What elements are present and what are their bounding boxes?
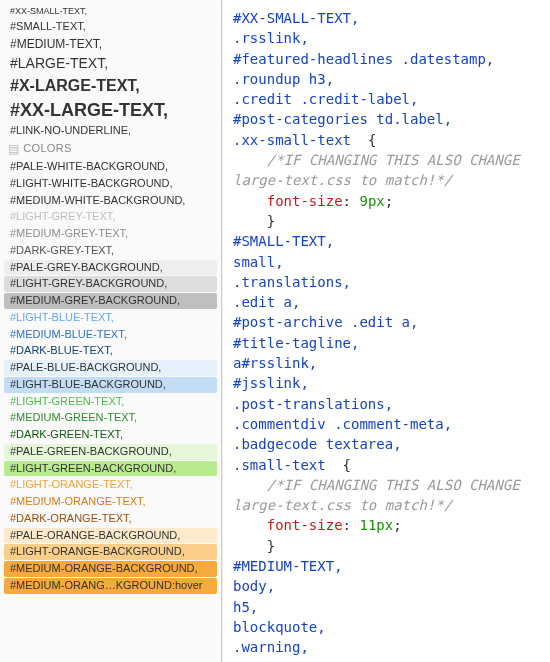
style-nav-item[interactable]: #LIGHT-GREY-BACKGROUND,	[4, 276, 217, 292]
css-comment: /*IF CHANGING THIS ALSO CHANGE	[233, 152, 520, 168]
style-nav-item[interactable]: #PALE-GREY-BACKGROUND,	[4, 260, 217, 276]
css-selector: body,	[233, 578, 275, 594]
css-property: font-size	[267, 193, 343, 209]
style-navigator-sidebar[interactable]: #XX-SMALL-TEXT,#SMALL-TEXT,#MEDIUM-TEXT,…	[0, 0, 222, 662]
style-nav-item[interactable]: #LIGHT-WHITE-BACKGROUND,	[4, 176, 217, 192]
style-nav-item[interactable]: #PALE-ORANGE-BACKGROUND,	[4, 528, 217, 544]
style-nav-item[interactable]: #SMALL-TEXT,	[4, 19, 217, 35]
style-nav-item[interactable]: #XX-LARGE-TEXT,	[4, 98, 217, 123]
css-selector: #title-tagline,	[233, 335, 359, 351]
css-selector: .roundup h3,	[233, 71, 334, 87]
css-selector: .post-translations,	[233, 396, 393, 412]
css-selector: #jsslink,	[233, 375, 309, 391]
css-selector: #XX-SMALL-TEXT,	[233, 10, 359, 26]
css-selector: .translations,	[233, 274, 351, 290]
css-selector: a#rsslink,	[233, 355, 317, 371]
css-comment: large-text.css to match!*/	[233, 172, 452, 188]
style-nav-item[interactable]: #X-LARGE-TEXT,	[4, 75, 217, 97]
css-selector: .rsslink,	[233, 30, 309, 46]
css-selector: .badgecode textarea,	[233, 436, 402, 452]
css-editor-panel[interactable]: #XX-SMALL-TEXT, .rsslink, #featured-head…	[222, 0, 550, 662]
css-selector: .edit a,	[233, 294, 300, 310]
style-nav-item[interactable]: #MEDIUM-ORANGE-BACKGROUND,	[4, 561, 217, 577]
css-selector: .credit .credit-label,	[233, 91, 418, 107]
css-comment: /*IF CHANGING THIS ALSO CHANGE	[233, 477, 520, 493]
style-nav-item[interactable]: #LIGHT-BLUE-TEXT,	[4, 310, 217, 326]
css-selector: .small-text	[233, 457, 326, 473]
style-nav-item[interactable]: #LIGHT-GREEN-TEXT,	[4, 394, 217, 410]
css-selector: #post-archive .edit a,	[233, 314, 418, 330]
close-brace: }	[267, 538, 275, 554]
css-selector: h5,	[233, 599, 258, 615]
css-selector: .warning,	[233, 639, 309, 655]
style-nav-item[interactable]: #MEDIUM-ORANG…KGROUND:hover	[4, 578, 217, 594]
style-nav-item[interactable]: #MEDIUM-BLUE-TEXT,	[4, 327, 217, 343]
style-nav-item[interactable]: #MEDIUM-GREY-TEXT,	[4, 226, 217, 242]
css-selector: #post-categories td.label,	[233, 111, 452, 127]
css-value: 11px	[359, 517, 393, 533]
style-nav-item[interactable]: #DARK-BLUE-TEXT,	[4, 343, 217, 359]
style-nav-item[interactable]: #PALE-WHITE-BACKGROUND,	[4, 159, 217, 175]
sidebar-section-label: COLORS	[23, 142, 71, 155]
css-selector: .commentdiv .comment-meta,	[233, 416, 452, 432]
style-nav-item[interactable]: #MEDIUM-ORANGE-TEXT,	[4, 494, 217, 510]
close-brace: }	[267, 213, 275, 229]
css-selector: #MEDIUM-TEXT,	[233, 558, 343, 574]
css-selector: #SMALL-TEXT,	[233, 233, 334, 249]
css-selector: small,	[233, 254, 284, 270]
style-nav-item[interactable]: #DARK-GREY-TEXT,	[4, 243, 217, 259]
style-nav-item[interactable]: #LIGHT-GREEN-BACKGROUND,	[4, 461, 217, 477]
open-brace: {	[343, 457, 351, 473]
style-nav-item[interactable]: #MEDIUM-GREEN-TEXT,	[4, 410, 217, 426]
palette-icon: ▤	[8, 142, 19, 156]
style-nav-item[interactable]: #LINK-NO-UNDERLINE,	[4, 123, 217, 139]
style-nav-item[interactable]: #LIGHT-ORANGE-TEXT,	[4, 477, 217, 493]
css-selector: blockquote,	[233, 619, 326, 635]
style-nav-item[interactable]: #LIGHT-BLUE-BACKGROUND,	[4, 377, 217, 393]
style-nav-item[interactable]: #MEDIUM-TEXT,	[4, 36, 217, 53]
style-nav-item[interactable]: #DARK-GREEN-TEXT,	[4, 427, 217, 443]
css-value: 9px	[359, 193, 384, 209]
css-property: font-size	[267, 517, 343, 533]
style-nav-item[interactable]: #LIGHT-ORANGE-BACKGROUND,	[4, 544, 217, 560]
style-nav-item[interactable]: #DARK-ORANGE-TEXT,	[4, 511, 217, 527]
style-nav-item[interactable]: #MEDIUM-WHITE-BACKGROUND,	[4, 193, 217, 209]
style-nav-item[interactable]: #LIGHT-GREY-TEXT,	[4, 209, 217, 225]
css-comment: large-text.css to match!*/	[233, 497, 452, 513]
css-selector: .xx-small-text	[233, 132, 351, 148]
style-nav-item[interactable]: #PALE-BLUE-BACKGROUND,	[4, 360, 217, 376]
style-nav-item[interactable]: #XX-SMALL-TEXT,	[4, 5, 217, 18]
css-selector: #featured-headlines .datestamp,	[233, 51, 494, 67]
open-brace: {	[368, 132, 376, 148]
css-source-code[interactable]: #XX-SMALL-TEXT, .rsslink, #featured-head…	[233, 8, 550, 662]
style-nav-item[interactable]: #LARGE-TEXT,	[4, 54, 217, 74]
style-nav-item[interactable]: #PALE-GREEN-BACKGROUND,	[4, 444, 217, 460]
style-nav-item[interactable]: #MEDIUM-GREY-BACKGROUND,	[4, 293, 217, 309]
sidebar-section-header: ▤COLORS	[2, 140, 219, 158]
